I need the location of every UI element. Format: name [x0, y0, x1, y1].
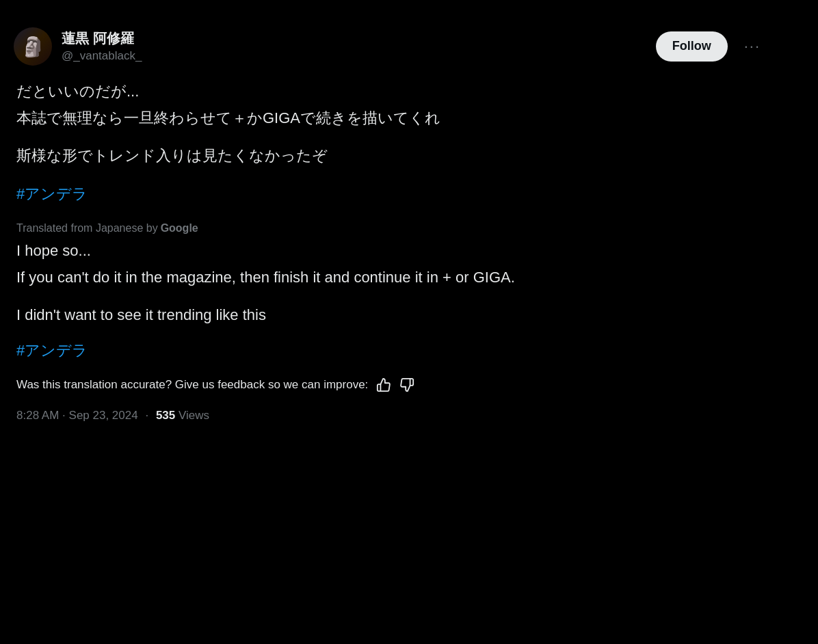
more-options-button[interactable]: ···	[739, 35, 766, 58]
timestamp: 8:28 AM · Sep 23, 2024	[16, 409, 138, 422]
thumbs-up-icon[interactable]	[376, 377, 391, 392]
tweet-card: 🗿 蓮黒 阿修羅 @_vantablack_ Follow ··· だといいのだ…	[14, 16, 766, 433]
hashtag-translated[interactable]: #アンデラ	[16, 342, 88, 359]
hashtag-translated-section: #アンデラ	[16, 340, 763, 361]
tweet-header: 🗿 蓮黒 阿修羅 @_vantablack_ Follow ···	[14, 27, 766, 66]
meta-divider: ·	[145, 409, 148, 422]
japanese-line-1: だといいのだが...	[16, 79, 763, 103]
display-name: 蓮黒 阿修羅	[62, 29, 142, 47]
follow-button[interactable]: Follow	[656, 31, 728, 61]
translation-line-2: If you can't do it in the magazine, then…	[16, 265, 763, 289]
tweet-meta: 8:28 AM · Sep 23, 2024 · 535 Views	[16, 409, 763, 422]
header-actions: Follow ···	[656, 31, 766, 61]
translated-text: I hope so... If you can't do it in the m…	[16, 239, 763, 327]
japanese-line-2: 本誌で無理なら一旦終わらせて＋かGIGAで続きを描いてくれ	[16, 106, 763, 130]
views-count: 535	[156, 409, 175, 422]
feedback-row: Was this translation accurate? Give us f…	[16, 377, 763, 392]
user-details: 蓮黒 阿修羅 @_vantablack_	[62, 29, 142, 64]
views-label-text: Views	[179, 409, 209, 422]
japanese-line-3: 斯様な形でトレンド入りは見たくなかったぞ	[16, 144, 763, 167]
translation-label: Translated from Japanese by Google	[16, 222, 763, 234]
translation-line-1: I hope so...	[16, 239, 763, 263]
avatar[interactable]: 🗿	[14, 27, 52, 66]
feedback-text: Was this translation accurate? Give us f…	[16, 378, 368, 392]
original-text: だといいのだが... 本誌で無理なら一旦終わらせて＋かGIGAで続きを描いてくれ…	[16, 79, 763, 206]
translation-line-3: I didn't want to see it trending like th…	[16, 303, 763, 327]
translation-label-text: Translated from Japanese by	[16, 222, 158, 234]
thumbs-down-icon[interactable]	[399, 377, 414, 392]
username: @_vantablack_	[62, 49, 142, 64]
hashtag-original[interactable]: #アンデラ	[16, 185, 88, 202]
tweet-body: だといいのだが... 本誌で無理なら一旦終わらせて＋かGIGAで続きを描いてくれ…	[14, 79, 766, 422]
google-brand-label: Google	[161, 222, 198, 234]
user-info-group: 🗿 蓮黒 阿修羅 @_vantablack_	[14, 27, 142, 66]
